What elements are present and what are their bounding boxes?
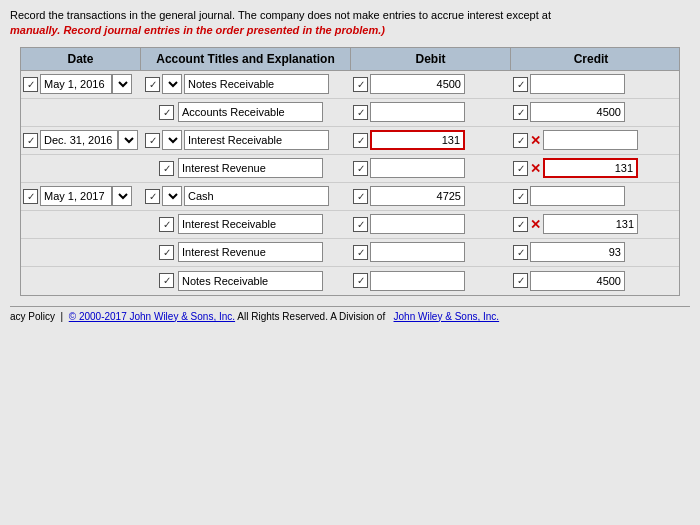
date-input-1[interactable]	[40, 74, 112, 94]
account-cell-5: ▼	[141, 184, 351, 208]
debit-input-6[interactable]	[370, 214, 465, 234]
checkbox-acct-2[interactable]	[159, 105, 174, 120]
checkbox-acct-7[interactable]	[159, 245, 174, 260]
credit-input-8[interactable]	[530, 271, 625, 291]
date-dropdown-5[interactable]: ▼	[112, 186, 132, 206]
instruction-line1: Record the transactions in the general j…	[10, 9, 551, 21]
credit-cell-8	[511, 269, 671, 293]
checkbox-credit-7[interactable]	[513, 245, 528, 260]
debit-input-1[interactable]	[370, 74, 465, 94]
checkbox-acct-6[interactable]	[159, 217, 174, 232]
table-header: Date Account Titles and Explanation Debi…	[20, 47, 680, 71]
footer: acy Policy | © 2000-2017 John Wiley & So…	[10, 306, 690, 322]
checkbox-1[interactable]	[23, 77, 38, 92]
credit-input-4[interactable]	[543, 158, 638, 178]
table-row: ▼ ▼	[21, 71, 679, 99]
account-input-8[interactable]	[178, 271, 323, 291]
checkbox-debit-8[interactable]	[353, 273, 368, 288]
checkbox-acct-5[interactable]	[145, 189, 160, 204]
checkbox-credit-8[interactable]	[513, 273, 528, 288]
debit-cell-4	[351, 156, 511, 180]
account-input-4[interactable]	[178, 158, 323, 178]
date-cell-6	[21, 222, 141, 226]
debit-input-5[interactable]	[370, 186, 465, 206]
credit-cell-1	[511, 72, 671, 96]
checkbox-debit-7[interactable]	[353, 245, 368, 260]
checkbox-credit-5[interactable]	[513, 189, 528, 204]
checkbox-acct-1[interactable]	[145, 77, 160, 92]
credit-input-2[interactable]	[530, 102, 625, 122]
date-input-5[interactable]	[40, 186, 112, 206]
checkbox-debit-3[interactable]	[353, 133, 368, 148]
credit-input-5[interactable]	[530, 186, 625, 206]
date-dropdown-3[interactable]: ▼	[118, 130, 138, 150]
credit-cell-7	[511, 240, 671, 264]
date-cell-8	[21, 279, 141, 283]
account-input-1[interactable]	[184, 74, 329, 94]
table-body: ▼ ▼	[20, 71, 680, 296]
account-input-3[interactable]	[184, 130, 329, 150]
table-row: ▼ ▼ ✕	[21, 127, 679, 155]
table-row	[21, 267, 679, 295]
credit-cell-3: ✕	[511, 128, 671, 152]
debit-cell-3	[351, 128, 511, 152]
account-cell-6	[141, 212, 351, 236]
account-cell-2	[141, 100, 351, 124]
date-dropdown-1[interactable]: ▼	[112, 74, 132, 94]
table-row	[21, 239, 679, 267]
checkbox-5[interactable]	[23, 189, 38, 204]
table-row: ▼ ▼	[21, 183, 679, 211]
credit-cell-6: ✕	[511, 212, 671, 236]
account-input-7[interactable]	[178, 242, 323, 262]
copyright-link[interactable]: © 2000-2017 John Wiley & Sons, Inc.	[69, 311, 235, 322]
checkbox-debit-4[interactable]	[353, 161, 368, 176]
account-cell-4	[141, 156, 351, 180]
credit-cell-4: ✕	[511, 156, 671, 180]
table-row: ✕	[21, 211, 679, 239]
account-cell-7	[141, 240, 351, 264]
checkbox-credit-2[interactable]	[513, 105, 528, 120]
debit-input-8[interactable]	[370, 271, 465, 291]
instruction-text: Record the transactions in the general j…	[10, 8, 690, 39]
credit-cell-2	[511, 100, 671, 124]
checkbox-debit-6[interactable]	[353, 217, 368, 232]
debit-input-3[interactable]	[370, 130, 465, 150]
date-cell-3: ▼	[21, 128, 141, 152]
account-input-6[interactable]	[178, 214, 323, 234]
checkbox-credit-1[interactable]	[513, 77, 528, 92]
credit-input-3[interactable]	[543, 130, 638, 150]
account-input-2[interactable]	[178, 102, 323, 122]
account-cell-8	[141, 269, 351, 293]
checkbox-debit-2[interactable]	[353, 105, 368, 120]
table-row	[21, 99, 679, 127]
date-input-3[interactable]	[40, 130, 118, 150]
acct-dropdown-5[interactable]: ▼	[162, 186, 182, 206]
date-cell-4	[21, 166, 141, 170]
checkbox-3[interactable]	[23, 133, 38, 148]
company-text: John Wiley & Sons, Inc.	[394, 311, 500, 322]
debit-input-7[interactable]	[370, 242, 465, 262]
checkbox-acct-8[interactable]	[159, 273, 174, 288]
account-input-5[interactable]	[184, 186, 329, 206]
credit-cell-5	[511, 184, 671, 208]
checkbox-credit-6[interactable]	[513, 217, 528, 232]
checkbox-acct-3[interactable]	[145, 133, 160, 148]
privacy-label: acy Policy	[10, 311, 55, 322]
acct-dropdown-3[interactable]: ▼	[162, 130, 182, 150]
x-mark-3: ✕	[530, 133, 541, 148]
date-cell-5: ▼	[21, 184, 141, 208]
checkbox-acct-4[interactable]	[159, 161, 174, 176]
debit-input-4[interactable]	[370, 158, 465, 178]
credit-input-7[interactable]	[530, 242, 625, 262]
acct-dropdown-1[interactable]: ▼	[162, 74, 182, 94]
checkbox-credit-4[interactable]	[513, 161, 528, 176]
credit-input-6[interactable]	[543, 214, 638, 234]
checkbox-debit-1[interactable]	[353, 77, 368, 92]
checkbox-credit-3[interactable]	[513, 133, 528, 148]
company-link[interactable]: John Wiley & Sons, Inc.	[394, 311, 500, 322]
x-mark-6: ✕	[530, 217, 541, 232]
credit-input-1[interactable]	[530, 74, 625, 94]
debit-input-2[interactable]	[370, 102, 465, 122]
checkbox-debit-5[interactable]	[353, 189, 368, 204]
date-cell-7	[21, 250, 141, 254]
